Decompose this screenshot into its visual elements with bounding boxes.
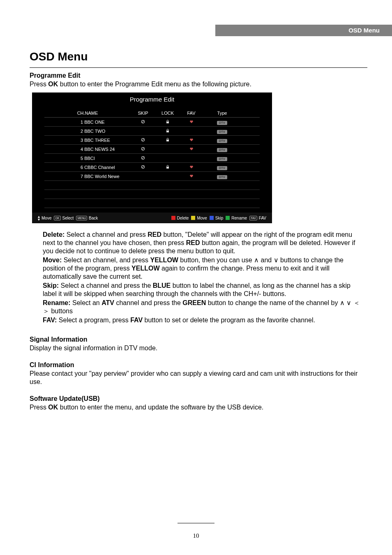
cell-fav: [180, 137, 203, 143]
footer-rename: Rename: [226, 216, 247, 220]
table-header-row: CH.NAME SKIP LOCK FAV Type: [44, 109, 260, 118]
header-label: OSD Menu: [348, 27, 380, 34]
cell-type: DTV: [203, 119, 242, 125]
table-row: 7 BBC World NeweDTV: [44, 172, 260, 181]
cell-type: DTV: [203, 173, 242, 179]
heart-icon: [189, 137, 194, 143]
cell-lock: [155, 164, 180, 170]
software-heading: Software Update(USB): [30, 395, 367, 402]
page-number-area: 10: [0, 525, 392, 539]
dtv-badge: DTV: [217, 130, 227, 134]
skip-icon: [141, 155, 145, 161]
col-fav: FAV: [180, 111, 203, 116]
signal-block: Signal Information Display the signal in…: [30, 336, 367, 352]
cell-fav: [180, 164, 203, 170]
lock-icon: [166, 119, 170, 125]
table-row: 4 BBC NEWS 24DTV: [44, 145, 260, 154]
skip-icon: [141, 137, 145, 143]
empty-row: [44, 199, 260, 208]
col-type: Type: [203, 111, 242, 116]
green-dot-icon: [226, 216, 230, 220]
ci-body: Please contact your "pay perview" provid…: [30, 370, 367, 386]
software-block: Software Update(USB) Press OK button to …: [30, 395, 367, 412]
screenshot-footer: ▴▾Move OKSelect MENUBack Delete Move Ski…: [32, 213, 272, 223]
cell-skip: [131, 119, 155, 125]
skip-icon: [141, 146, 145, 152]
heart-icon: [189, 146, 194, 152]
lock-icon: [166, 164, 170, 170]
cell-name: 4 BBC NEWS 24: [44, 147, 131, 152]
fav-key-icon: FAV: [249, 216, 257, 220]
signal-heading: Signal Information: [30, 336, 367, 343]
dtv-badge: DTV: [217, 139, 227, 143]
lower-sections: Signal Information Display the signal in…: [30, 336, 367, 412]
cell-type: DTV: [203, 137, 242, 143]
heart-icon: [189, 119, 194, 125]
dtv-badge: DTV: [217, 166, 227, 170]
dtv-badge: DTV: [217, 148, 227, 152]
dtv-badge: DTV: [217, 121, 227, 125]
cell-skip: [131, 164, 155, 170]
programme-edit-heading: Programme Edit: [30, 72, 367, 79]
cell-fav: [180, 173, 203, 179]
page-content: OSD Menu Programme Edit Press OK button …: [30, 50, 367, 421]
footer-back: MENUBack: [76, 216, 98, 220]
programme-edit-intro: Press OK button to enter the Programme E…: [30, 80, 367, 88]
table-row: 2 BBC TWODTV: [44, 127, 260, 136]
table-row: 1 BBC ONEDTV: [44, 118, 260, 127]
screenshot-title: Programme Edit: [32, 92, 272, 103]
col-skip: SKIP: [131, 111, 155, 116]
channel-table: CH.NAME SKIP LOCK FAV Type 1 BBC ONEDTV2…: [44, 109, 260, 208]
cell-skip: [131, 146, 155, 152]
cell-type: DTV: [203, 164, 242, 170]
cell-fav: [180, 119, 203, 125]
cell-skip: [131, 155, 155, 161]
skip-icon: [141, 119, 145, 125]
footer-skip: Skip: [210, 216, 223, 220]
ci-heading: CI Information: [30, 361, 367, 369]
def-move: Move: Select an channel, and press YELLO…: [43, 256, 363, 281]
red-dot-icon: [171, 216, 175, 220]
table-row: 3 BBC THREEDTV: [44, 136, 260, 145]
dtv-badge: DTV: [217, 175, 227, 179]
def-rename: Rename: Select an ATV channel and press …: [43, 299, 363, 315]
skip-icon: [141, 164, 145, 170]
cell-name: 5 BBCI: [44, 156, 131, 161]
programme-edit-screenshot: Programme Edit CH.NAME SKIP LOCK FAV Typ…: [32, 92, 272, 223]
signal-body: Display the signal information in DTV mo…: [30, 344, 367, 352]
heart-icon: [189, 164, 194, 170]
page-number: 10: [193, 532, 199, 539]
footer-fav: FAVFAV: [249, 216, 266, 220]
empty-row: [44, 190, 260, 199]
software-body: Press OK button to enter the menu, and u…: [30, 403, 367, 412]
col-lock: LOCK: [155, 111, 180, 116]
cell-name: 1 BBC ONE: [44, 120, 131, 125]
menu-key-icon: MENU: [76, 216, 87, 220]
def-delete: Delete: Select a channel and press RED b…: [43, 231, 363, 255]
yellow-dot-icon: [191, 216, 195, 220]
heart-icon: [189, 173, 194, 179]
cell-type: DTV: [203, 155, 242, 161]
footer-select: OKSelect: [54, 216, 74, 220]
cell-name: 6 CBBC Channel: [44, 165, 131, 170]
def-skip: Skip: Select a channel and press the BLU…: [43, 282, 363, 298]
empty-row: [44, 181, 260, 190]
footer-move-action: Move: [191, 216, 207, 220]
updown-icon: ▴▾: [38, 215, 40, 221]
def-fav: FAV: Select a program, press FAV button …: [43, 316, 363, 324]
blue-dot-icon: [210, 216, 214, 220]
ok-key-icon: OK: [54, 216, 60, 220]
col-name: CH.NAME: [44, 111, 131, 116]
header-bar: OSD Menu: [215, 25, 392, 36]
lock-icon: [166, 137, 170, 143]
cell-fav: [180, 146, 203, 152]
footer-delete: Delete: [171, 216, 189, 220]
cell-name: 2 BBC TWO: [44, 129, 131, 134]
cell-name: 7 BBC World Newe: [44, 174, 131, 179]
ci-block: CI Information Please contact your "pay …: [30, 361, 367, 386]
definitions: Delete: Select a channel and press RED b…: [43, 231, 363, 324]
cell-name: 3 BBC THREE: [44, 138, 131, 143]
cell-lock: [155, 137, 180, 143]
cell-type: DTV: [203, 146, 242, 152]
footer-move: ▴▾Move: [38, 215, 51, 221]
